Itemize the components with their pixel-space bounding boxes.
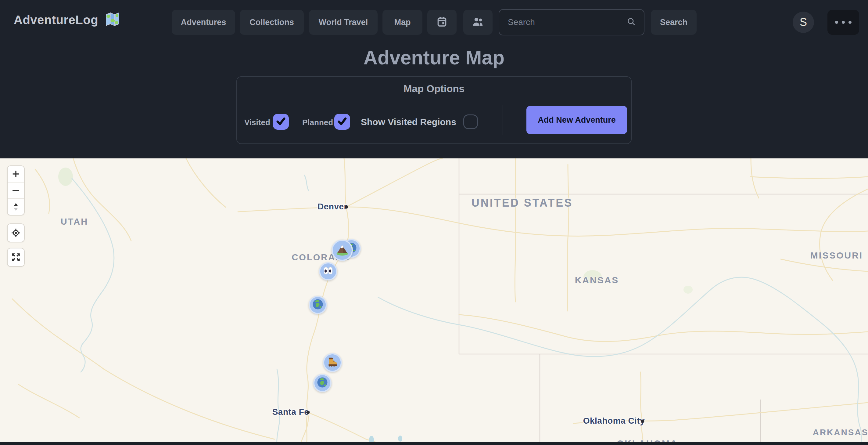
santa-fe-dot [307, 411, 310, 414]
label-kansas: KANSAS [575, 275, 619, 286]
visited-label: Visited [244, 118, 270, 127]
visited-checkbox[interactable] [273, 114, 289, 130]
geolocate-button[interactable] [8, 224, 24, 242]
calendar-button[interactable] [427, 10, 457, 35]
zoom-control-group [7, 166, 25, 215]
label-arkansas: ARKANSAS [813, 427, 868, 437]
avatar-initial: S [800, 16, 807, 29]
label-utah: UTAH [61, 217, 88, 227]
label-missouri: MISSOURI [810, 250, 863, 261]
add-new-adventure-button[interactable]: Add New Adventure [526, 106, 627, 134]
map-options-card: Map Options Visited Planned Show Visited… [236, 76, 632, 144]
map-emoji-icon [104, 11, 121, 29]
label-united-states: UNITED STATES [471, 197, 573, 209]
app-logo[interactable]: AdventureLog [14, 0, 121, 40]
map-options-title: Map Options [237, 83, 631, 95]
pitch-toggle-button[interactable] [8, 199, 24, 215]
zoom-out-button[interactable] [8, 182, 24, 198]
oklahoma-city-dot [641, 420, 645, 423]
options-divider [503, 105, 503, 135]
nav-world-travel-label: World Travel [319, 18, 368, 27]
planned-label: Planned [302, 118, 333, 127]
marker-hiking-boot[interactable] [323, 353, 342, 372]
map-terrain [0, 158, 868, 445]
geolocate-control [7, 224, 25, 242]
menu-button[interactable] [828, 10, 859, 35]
nav-collections-label: Collections [249, 18, 294, 27]
planned-checkbox[interactable] [334, 114, 350, 130]
search-button[interactable]: Search [651, 10, 696, 35]
nav-adventures-label: Adventures [181, 18, 226, 27]
marker-globe[interactable] [309, 296, 327, 314]
calendar-icon [436, 16, 448, 29]
app-header: AdventureLog Adventures Collections Worl… [0, 0, 868, 158]
label-santa-fe: Santa Fe [272, 407, 309, 417]
mountain-emoji-icon [334, 242, 350, 259]
fullscreen-control [7, 248, 25, 267]
zoom-in-button[interactable] [8, 166, 24, 182]
map-canvas[interactable]: UNITED STATES UTAH COLORADO KANSAS MISSO… [0, 158, 868, 445]
check-icon [275, 115, 287, 128]
label-denver: Denver [317, 202, 347, 211]
eyes-emoji-icon [322, 264, 335, 278]
show-visited-regions-checkbox[interactable] [463, 115, 478, 129]
denver-dot [345, 205, 348, 209]
show-visited-regions-label: Show Visited Regions [361, 117, 456, 127]
nav-adventures[interactable]: Adventures [172, 10, 235, 35]
globe-emoji-icon [316, 376, 329, 390]
bottom-bar [0, 442, 868, 445]
app-title: AdventureLog [14, 13, 98, 27]
search-icon [626, 17, 637, 28]
avatar[interactable]: S [793, 11, 814, 33]
globe-emoji-icon [311, 298, 324, 312]
add-new-adventure-label: Add New Adventure [538, 115, 616, 125]
search-field [499, 9, 645, 35]
search-button-label: Search [660, 18, 687, 27]
fullscreen-button[interactable] [8, 248, 24, 266]
label-oklahoma-city: Oklahoma City [583, 416, 645, 426]
nav-collections[interactable]: Collections [240, 10, 304, 35]
marker-eyes[interactable] [319, 262, 337, 280]
users-button[interactable] [463, 10, 493, 35]
hiking-boot-emoji-icon [326, 355, 339, 370]
users-icon [471, 15, 484, 29]
marker-mountain[interactable] [332, 240, 353, 261]
check-icon [336, 115, 348, 128]
search-input[interactable] [499, 18, 626, 27]
nav-map-label: Map [394, 18, 411, 27]
ellipsis-icon [835, 21, 851, 24]
marker-globe[interactable] [313, 374, 332, 392]
nav-map[interactable]: Map [382, 10, 423, 35]
page-title: Adventure Map [0, 47, 868, 69]
nav-world-travel[interactable]: World Travel [309, 10, 378, 35]
